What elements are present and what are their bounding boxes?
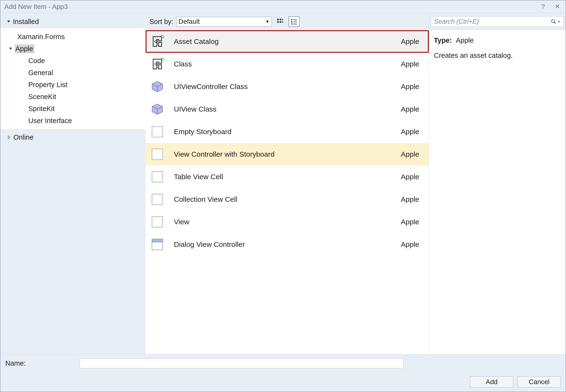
detail-type-value: Apple — [456, 36, 474, 44]
template-category: Apple — [401, 173, 419, 181]
grid-icon — [277, 18, 283, 25]
tree-root-installed[interactable]: Installed — [0, 16, 146, 27]
template-row[interactable]: Empty StoryboardApple — [146, 120, 429, 143]
template-icon — [150, 192, 165, 207]
template-row[interactable]: C#Asset CatalogApple — [146, 30, 429, 53]
search-wrap: ▾ — [429, 13, 566, 30]
template-detail: Type: Apple Creates an asset catalog. — [429, 30, 566, 66]
tree-item-scenekit[interactable]: SceneKit — [0, 91, 146, 103]
installed-subtree: Xamarin.Forms Apple Code General Propert… — [0, 28, 146, 129]
template-name: View Controller with Storyboard — [174, 150, 401, 158]
template-name: Class — [174, 60, 401, 68]
template-icon: C# — [150, 57, 165, 71]
template-row[interactable]: Dialog View ControllerApple — [146, 233, 429, 256]
detail-description: Creates an asset catalog. — [434, 50, 561, 61]
template-icon — [150, 147, 165, 162]
svg-rect-5 — [282, 21, 283, 23]
template-list[interactable]: C#Asset CatalogAppleC#ClassAppleUIViewCo… — [146, 30, 429, 354]
tree-item-property-list[interactable]: Property List — [0, 79, 146, 91]
svg-rect-8 — [291, 21, 292, 22]
template-icon: C# — [150, 34, 165, 49]
titlebar: Add New Item - App3 ? ✕ — [0, 0, 566, 13]
template-icon — [150, 102, 165, 117]
chevron-right-icon — [7, 135, 12, 140]
tree-root-online-label: Online — [14, 133, 34, 141]
search-input[interactable] — [434, 18, 551, 26]
svg-rect-10 — [291, 23, 292, 25]
name-input[interactable] — [80, 359, 403, 368]
svg-line-27 — [554, 22, 556, 24]
cancel-button[interactable]: Cancel — [518, 377, 561, 387]
close-icon: ✕ — [555, 3, 560, 10]
window-title: Add New Item - App3 — [4, 3, 536, 11]
chevron-down-icon — [8, 46, 13, 51]
svg-rect-2 — [277, 21, 279, 23]
tree-item-xamarin-forms[interactable]: Xamarin.Forms — [0, 31, 146, 43]
svg-rect-0 — [277, 19, 279, 20]
search-dropdown-icon[interactable]: ▾ — [558, 20, 562, 24]
template-row[interactable]: View Controller with StoryboardApple — [146, 143, 429, 166]
tree-root-online[interactable]: Online — [0, 131, 146, 143]
sort-by-select[interactable]: Default ▼ — [176, 17, 272, 26]
svg-rect-9 — [293, 22, 297, 22]
tree-item-general[interactable]: General — [0, 67, 146, 79]
template-panel: Sort by: Default ▼ — [146, 13, 429, 354]
template-name: UIViewController Class — [174, 83, 401, 91]
sort-by-value: Default — [179, 18, 200, 26]
template-row[interactable]: C#ClassApple — [146, 53, 429, 75]
name-label: Name: — [5, 359, 80, 367]
template-row[interactable]: Collection View CellApple — [146, 188, 429, 211]
svg-point-26 — [552, 20, 554, 23]
svg-rect-11 — [293, 24, 297, 25]
svg-rect-7 — [293, 19, 297, 20]
template-name: Empty Storyboard — [174, 128, 401, 136]
template-name: UIView Class — [174, 105, 401, 113]
template-category: Apple — [401, 105, 419, 113]
help-icon: ? — [541, 3, 545, 11]
svg-rect-22 — [152, 216, 163, 227]
sort-by-label: Sort by: — [149, 18, 173, 26]
template-icon — [150, 237, 165, 252]
button-bar: Add Cancel — [0, 372, 566, 392]
template-name: Table View Cell — [174, 173, 401, 181]
template-name: Collection View Cell — [174, 195, 401, 203]
svg-rect-20 — [152, 194, 163, 205]
template-icon — [150, 169, 165, 184]
dialog-window: Add New Item - App3 ? ✕ Installed Xamari… — [0, 0, 566, 392]
tree-item-code[interactable]: Code — [0, 55, 146, 67]
template-name: Asset Catalog — [174, 37, 401, 46]
list-icon — [291, 18, 297, 25]
tree-item-apple[interactable]: Apple — [0, 43, 146, 55]
tree-item-spritekit[interactable]: SpriteKit — [0, 103, 146, 115]
tree-root-installed-label: Installed — [13, 18, 39, 26]
template-name: Dialog View Controller — [174, 240, 401, 249]
svg-rect-6 — [291, 19, 292, 20]
template-row[interactable]: Table View CellApple — [146, 166, 429, 188]
template-icon — [150, 214, 165, 229]
add-button[interactable]: Add — [470, 377, 513, 387]
svg-rect-4 — [282, 19, 283, 20]
svg-rect-1 — [280, 19, 281, 20]
category-tree: Installed Xamarin.Forms Apple Code Gener… — [0, 13, 146, 354]
view-medium-icons-button[interactable] — [275, 16, 286, 27]
svg-rect-14 — [152, 126, 163, 137]
dialog-body: Installed Xamarin.Forms Apple Code Gener… — [0, 13, 566, 354]
search-box[interactable]: ▾ — [431, 16, 564, 27]
template-row[interactable]: ViewApple — [146, 211, 429, 233]
view-small-icons-button[interactable] — [289, 16, 300, 27]
search-icon[interactable] — [551, 19, 557, 24]
tree-item-user-interface[interactable]: User Interface — [0, 115, 146, 127]
template-name: View — [174, 218, 401, 226]
template-category: Apple — [401, 60, 419, 68]
template-category: Apple — [401, 83, 419, 91]
template-category: Apple — [401, 195, 419, 203]
svg-rect-3 — [280, 21, 281, 23]
template-row[interactable]: UIViewController ClassApple — [146, 75, 429, 98]
template-toolbar: Sort by: Default ▼ — [146, 13, 429, 30]
detail-type-label: Type: — [434, 36, 452, 44]
template-category: Apple — [401, 240, 419, 249]
close-button[interactable]: ✕ — [550, 0, 565, 13]
help-button[interactable]: ? — [536, 0, 550, 13]
template-row[interactable]: UIView ClassApple — [146, 98, 429, 120]
detail-panel: ▾ Type: Apple Creates an asset catalog. — [429, 13, 566, 354]
